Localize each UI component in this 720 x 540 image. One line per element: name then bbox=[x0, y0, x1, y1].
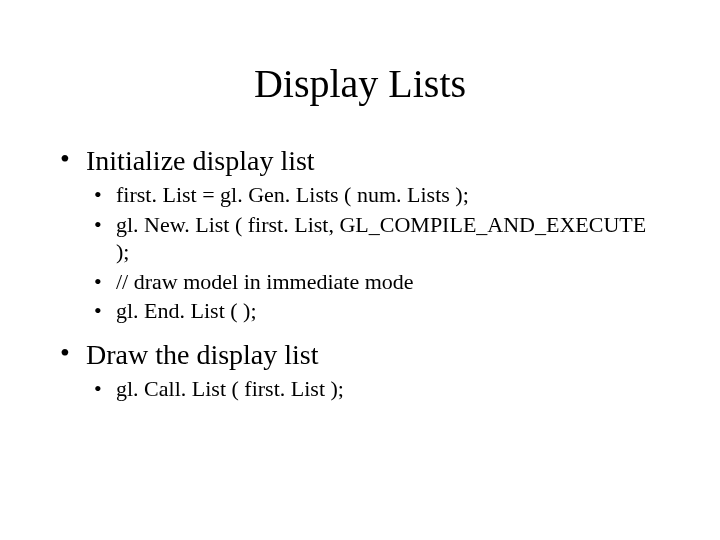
section-heading: Initialize display list bbox=[86, 145, 315, 176]
list-item: gl. Call. List ( first. List ); bbox=[86, 375, 660, 403]
list-item: gl. New. List ( first. List, GL_COMPILE_… bbox=[86, 211, 660, 266]
list-item: gl. End. List ( ); bbox=[86, 297, 660, 325]
sub-list-draw: gl. Call. List ( first. List ); bbox=[86, 375, 660, 403]
list-item: // draw model in immediate mode bbox=[86, 268, 660, 296]
section-initialize: Initialize display list first. List = gl… bbox=[60, 145, 660, 325]
sub-list-initialize: first. List = gl. Gen. Lists ( num. List… bbox=[86, 181, 660, 325]
section-draw: Draw the display list gl. Call. List ( f… bbox=[60, 339, 660, 403]
bullet-list: Initialize display list first. List = gl… bbox=[60, 145, 660, 402]
list-item: first. List = gl. Gen. Lists ( num. List… bbox=[86, 181, 660, 209]
section-heading: Draw the display list bbox=[86, 339, 319, 370]
slide-title: Display Lists bbox=[60, 60, 660, 107]
